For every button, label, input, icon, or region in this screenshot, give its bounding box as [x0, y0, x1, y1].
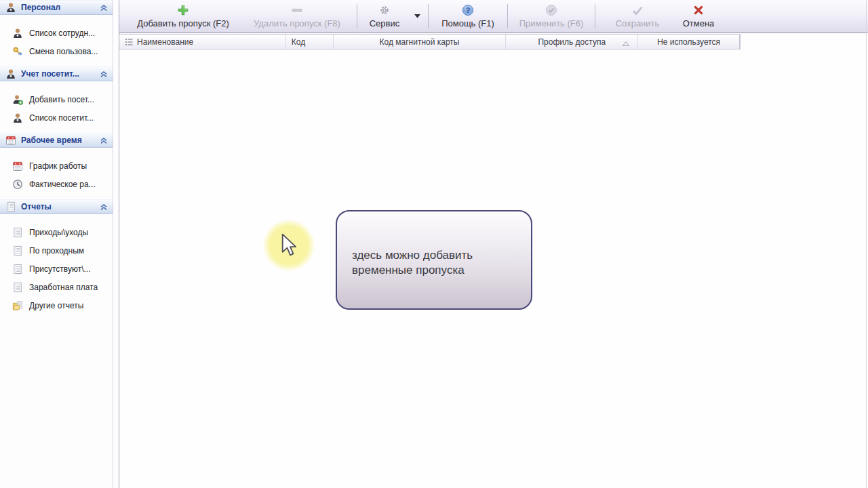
toolbar-separator	[357, 4, 357, 28]
cancel-label: Отмена	[683, 18, 715, 28]
list-icon	[125, 37, 134, 46]
help-icon	[462, 3, 474, 16]
sidebar-item-label: График работы	[29, 161, 87, 171]
column-header-not-used[interactable]: Не используется	[638, 35, 740, 49]
column-header-code[interactable]: Код	[286, 35, 334, 49]
sidebar-item-label: Список посетит...	[29, 113, 94, 123]
column-label: Код	[292, 37, 305, 47]
section-title: Отчеты	[21, 202, 52, 211]
sort-ascending-icon	[623, 39, 629, 49]
help-button[interactable]: Помощь (F1)	[431, 0, 505, 33]
column-header-access-profile[interactable]: Профиль доступа	[506, 35, 638, 49]
sidebar-item-actual-work[interactable]: Фактическое ра...	[0, 175, 113, 193]
column-label: Не используется	[657, 37, 720, 47]
add-pass-button[interactable]: Добавить пропуск (F2)	[126, 0, 240, 33]
sidebar-item-label: Добавить посет...	[29, 95, 94, 104]
toolbar-separator	[428, 4, 429, 28]
sidebar-item-salary[interactable]: Заработная плата	[0, 278, 113, 296]
sidebar-item-label: Присутствуют\...	[29, 264, 91, 274]
save-label: Сохранить	[616, 18, 660, 28]
cancel-button[interactable]: Отмена	[674, 0, 723, 33]
column-label: Код магнитной карты	[380, 37, 460, 47]
sidebar-item-work-schedule[interactable]: График работы	[0, 157, 113, 175]
section-title: Учет посетит...	[21, 69, 79, 79]
delete-pass-label: Удалить пропуск (F8)	[254, 18, 340, 28]
sidebar: Персонал Список сотрудн... Смена пользов…	[0, 0, 113, 488]
table-header: Наименование Код Код магнитной карты Про…	[119, 34, 741, 49]
sidebar-section-personnel[interactable]: Персонал	[0, 0, 113, 15]
person-icon	[5, 2, 16, 13]
window-right-edge	[866, 0, 867, 488]
section-list-personnel: Список сотрудн... Смена пользова...	[0, 15, 113, 66]
person-icon	[5, 68, 16, 79]
help-label: Помощь (F1)	[441, 18, 494, 28]
sidebar-item-present[interactable]: Присутствуют\...	[0, 260, 113, 278]
sidebar-item-arrivals-departures[interactable]: Приходы\уходы	[0, 223, 113, 241]
sidebar-section-visitors[interactable]: Учет посетит...	[0, 66, 113, 81]
calendar-icon	[5, 135, 16, 146]
collapse-chevron-icon[interactable]	[99, 3, 108, 12]
save-button[interactable]: Сохранить	[606, 0, 669, 33]
report-icon	[12, 264, 23, 274]
sidebar-item-add-visitor[interactable]: Добавить посет...	[0, 90, 113, 108]
toolbar-separator	[595, 4, 595, 28]
sidebar-item-other-reports[interactable]: Другие отчеты	[0, 296, 113, 314]
sidebar-item-label: Смена пользова...	[29, 47, 98, 56]
section-list-worktime: График работы Фактическое ра...	[0, 148, 113, 199]
service-dropdown-button[interactable]	[409, 0, 425, 33]
column-label: Наименование	[137, 37, 193, 47]
person-add-icon	[12, 94, 23, 105]
calendar-icon	[12, 161, 23, 171]
person-icon	[12, 28, 23, 39]
toolbar-separator	[507, 4, 508, 28]
toolbar: Добавить пропуск (F2) Удалить пропуск (F…	[119, 0, 868, 33]
report-icon	[5, 201, 16, 212]
sidebar-item-employee-list[interactable]: Список сотрудн...	[0, 24, 113, 42]
cancel-icon	[692, 3, 705, 16]
add-pass-label: Добавить пропуск (F2)	[137, 18, 229, 28]
mouse-cursor-icon	[281, 233, 296, 259]
section-list-visitors: Добавить посет... Список посетит...	[0, 81, 113, 133]
collapse-chevron-icon[interactable]	[99, 136, 108, 145]
sidebar-item-label: Список сотрудн...	[29, 28, 95, 38]
column-header-name[interactable]: Наименование	[119, 35, 286, 49]
section-list-reports: Приходы\уходы По проходным Присутствуют\…	[0, 214, 113, 321]
sidebar-item-label: По проходным	[29, 246, 84, 256]
apply-button[interactable]: Применить (F6)	[511, 0, 592, 33]
sidebar-section-worktime[interactable]: Рабочее время	[0, 133, 113, 148]
report-icon	[12, 227, 23, 238]
callout-text-line1: здесь можно добавить	[352, 248, 521, 263]
save-icon	[631, 3, 644, 16]
tutorial-callout: здесь можно добавить временные пропуска	[336, 210, 532, 310]
service-label: Сервис	[370, 18, 400, 28]
sidebar-item-label: Фактическое ра...	[29, 180, 96, 189]
add-pass-icon	[177, 3, 189, 16]
key-icon	[12, 46, 23, 57]
service-button[interactable]: Сервис	[360, 0, 409, 33]
sidebar-item-visitor-list[interactable]: Список посетит...	[0, 108, 113, 127]
chevron-down-icon	[414, 11, 421, 21]
collapse-chevron-icon[interactable]	[99, 70, 108, 79]
remove-pass-icon	[291, 3, 303, 16]
apply-icon	[545, 3, 557, 16]
report-icon	[12, 245, 23, 256]
section-title: Рабочее время	[21, 136, 82, 145]
sidebar-item-change-user[interactable]: Смена пользова...	[0, 42, 113, 60]
clock-icon	[12, 179, 23, 190]
column-header-magnetic-card-code[interactable]: Код магнитной карты	[334, 35, 507, 49]
folder-report-icon	[12, 300, 23, 311]
sidebar-item-by-checkpoints[interactable]: По проходным	[0, 241, 113, 260]
gear-icon	[378, 3, 391, 16]
report-icon	[12, 282, 23, 293]
apply-label: Применить (F6)	[519, 18, 584, 28]
column-label: Профиль доступа	[538, 37, 606, 47]
section-title: Персонал	[21, 3, 60, 12]
sidebar-item-label: Заработная плата	[29, 283, 98, 292]
collapse-chevron-icon[interactable]	[99, 203, 108, 211]
callout-text-line2: временные пропуска	[352, 263, 521, 278]
delete-pass-button[interactable]: Удалить пропуск (F8)	[240, 0, 354, 33]
sidebar-item-label: Другие отчеты	[29, 301, 83, 310]
person-icon	[12, 113, 23, 123]
sidebar-item-label: Приходы\уходы	[29, 228, 88, 237]
sidebar-section-reports[interactable]: Отчеты	[0, 199, 113, 214]
